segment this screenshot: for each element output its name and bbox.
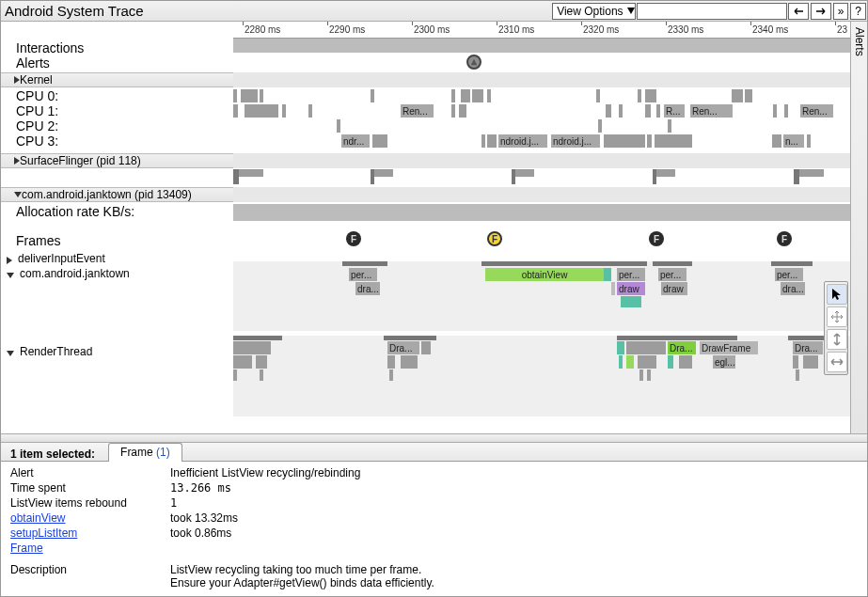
row-label-cpu3[interactable]: CPU 3: [1,134,233,149]
section-surfaceflinger[interactable]: SurfaceFlinger (pid 118) [1,153,233,168]
zoom-vertical-button[interactable] [827,329,847,350]
slice[interactable] [647,369,651,381]
frame-marker[interactable]: F [649,231,664,246]
slice[interactable] [233,104,238,118]
slice[interactable] [668,355,673,369]
row-label-cpu1[interactable]: CPU 1: [1,103,233,118]
slice-dra[interactable]: dra... [355,282,380,295]
row-label-janktown-thread[interactable]: com.android.janktown [1,267,233,280]
scroll-right-button[interactable] [811,3,831,20]
slice[interactable] [260,369,263,381]
row-label-cpu2[interactable]: CPU 2: [1,118,233,134]
slice[interactable] [233,355,252,369]
slice[interactable] [626,355,634,369]
link-frame[interactable]: Frame [10,542,43,555]
alloc-rate-bar[interactable] [233,204,850,221]
slice[interactable] [233,336,282,340]
row-label-alerts[interactable]: Alerts [1,55,233,71]
slice[interactable] [245,104,278,118]
slice[interactable] [384,336,436,340]
slice[interactable] [598,119,602,133]
frame-marker[interactable]: F [346,231,361,246]
row-label-deliver[interactable]: deliverInputEvent [1,252,233,265]
slice-r[interactable]: R... [664,104,685,118]
timeline-viewport[interactable]: 2280 ms 2290 ms 2300 ms 2310 ms 2320 ms … [233,22,850,433]
slice[interactable] [619,104,623,118]
slice[interactable] [342,261,387,266]
slice[interactable] [481,134,485,148]
slice[interactable] [638,355,656,369]
row-label-frames[interactable]: Frames [1,233,233,248]
slice[interactable] [611,282,615,295]
slice[interactable] [803,355,818,369]
slice-drawframe[interactable]: DrawFrame [700,341,758,354]
slice-ndr[interactable]: ndr... [341,134,370,148]
slice[interactable] [655,134,692,148]
slice[interactable] [647,134,652,148]
slice[interactable] [749,89,752,102]
slice[interactable] [374,169,393,177]
slice[interactable] [604,134,645,148]
slice[interactable] [389,369,393,381]
slice[interactable] [645,104,651,118]
slice[interactable] [617,336,737,340]
slice[interactable] [626,341,666,354]
slice-dra[interactable]: Dra... [793,341,823,354]
slice-n[interactable]: n... [783,134,804,148]
slice-draw2[interactable]: draw [661,282,687,295]
slice[interactable] [604,268,611,281]
slice-draw[interactable]: draw [617,282,645,295]
slice[interactable] [784,104,788,118]
slice[interactable] [421,341,431,354]
slice[interactable] [371,89,374,102]
pointer-tool-button[interactable] [827,284,847,305]
slice[interactable] [739,89,743,102]
slice[interactable] [679,355,692,369]
slice[interactable] [773,104,777,118]
section-janktown[interactable]: com.android.janktown (pid 13409) [1,187,233,202]
slice[interactable] [656,169,675,177]
slice-dra[interactable]: dra... [781,282,805,295]
alert-marker[interactable] [466,55,481,70]
slice[interactable] [472,89,483,102]
frame-marker-warning[interactable]: F [487,231,502,246]
slice[interactable] [372,134,387,148]
frame-marker[interactable]: F [777,231,792,246]
slice[interactable] [668,119,671,133]
row-label-renderthread[interactable]: RenderThread [1,345,233,358]
search-input[interactable] [637,3,787,20]
slice[interactable] [799,169,824,177]
view-options-dropdown[interactable]: View Options [552,3,635,20]
slice[interactable] [239,169,263,177]
slice-per[interactable]: per... [658,268,687,281]
zoom-horizontal-button[interactable] [827,352,847,372]
slice[interactable] [337,119,340,133]
slice[interactable] [617,341,624,354]
slice[interactable] [796,369,799,381]
slice[interactable] [606,104,611,118]
slice-ndroid[interactable]: ndroid.j... [498,134,547,148]
slice[interactable] [515,169,534,177]
section-kernel[interactable]: Kernel [1,72,233,87]
slice[interactable] [619,355,623,369]
slice-dra[interactable]: Dra... [387,341,419,354]
link-setuplistitem[interactable]: setupListItem [10,526,77,540]
slice-ren[interactable]: Ren... [690,104,733,118]
slice[interactable] [793,355,798,369]
alerts-sidebar[interactable]: Alerts [850,22,867,433]
slice[interactable] [233,369,237,381]
slice[interactable] [487,134,497,148]
slice-ndroid[interactable]: ndroid.j... [551,134,600,148]
row-label-cpu0[interactable]: CPU 0: [1,88,233,103]
pan-tool-button[interactable] [827,306,847,327]
slice[interactable] [241,89,258,102]
slice[interactable] [260,89,263,102]
slice-obtainview[interactable]: obtainView [485,268,604,281]
slice[interactable] [772,134,781,148]
help-button[interactable]: ? [850,3,866,20]
slice[interactable] [308,104,312,118]
slice[interactable] [233,341,271,354]
row-label-alloc[interactable]: Allocation rate KB/s: [1,204,233,219]
slice[interactable] [596,89,600,102]
more-button[interactable]: » [833,3,849,20]
